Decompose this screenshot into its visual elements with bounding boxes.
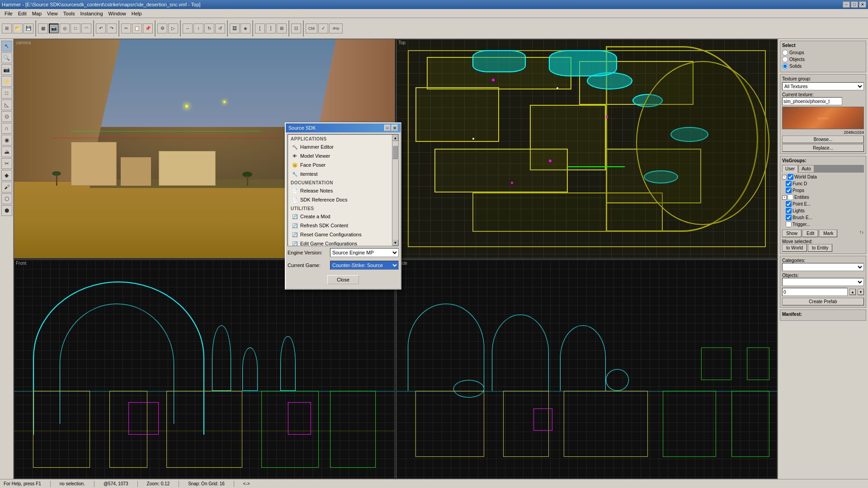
- expand-entities[interactable]: +: [782, 195, 787, 200]
- checkbox-funcd[interactable]: [786, 181, 792, 187]
- sdk-modal-title[interactable]: Source SDK − ✕: [286, 123, 401, 132]
- toolbar-camera[interactable]: 📷: [49, 23, 59, 33]
- viewport-side[interactable]: Side: [396, 259, 778, 479]
- toolbar-paste[interactable]: 📌: [143, 23, 153, 33]
- mark-button[interactable]: Mark: [819, 230, 837, 237]
- sdk-close-button[interactable]: Close: [327, 275, 359, 284]
- engine-version-select[interactable]: Source Engine MP Source Engine SP: [330, 248, 399, 257]
- toolbar-face[interactable]: ◈: [241, 23, 250, 33]
- tab-auto[interactable]: Auto: [798, 165, 814, 173]
- tree-item-funcd[interactable]: Func D: [786, 180, 864, 187]
- toolbar-entity[interactable]: ◎: [60, 23, 70, 33]
- texture-group-select[interactable]: All Textures: [782, 82, 864, 90]
- current-game-select[interactable]: Counter-Strike: Source Half-Life 2 Team …: [330, 261, 399, 270]
- checkbox-trigger[interactable]: [786, 221, 792, 227]
- sdk-list-container[interactable]: APPLICATIONS 🔨 Hammer Editor 👁 Model Vie…: [288, 135, 392, 246]
- edit-button[interactable]: Edit: [802, 230, 818, 237]
- toolbar-disp[interactable]: disp: [329, 23, 343, 33]
- maximize-button[interactable]: □: [851, 1, 858, 8]
- sdk-item-faceposer[interactable]: 😐 Face Poser: [288, 160, 392, 169]
- sdk-scroll-thumb[interactable]: [392, 145, 398, 159]
- toolbar-block[interactable]: □: [71, 23, 80, 33]
- minimize-button[interactable]: −: [843, 1, 850, 8]
- show-button[interactable]: Show: [782, 230, 802, 237]
- toolbar-snap[interactable]: ⊞: [277, 23, 287, 33]
- toolbar-grid-smaller[interactable]: [: [255, 23, 265, 33]
- sdk-item-hammer[interactable]: 🔨 Hammer Editor: [288, 142, 392, 151]
- menu-edit[interactable]: Edit: [15, 10, 29, 17]
- sdk-scrollbar[interactable]: ▲ ▼: [392, 135, 398, 246]
- objects-select[interactable]: [782, 278, 864, 286]
- coord-input[interactable]: [782, 288, 848, 296]
- toolbar-grid-larger[interactable]: ]: [266, 23, 276, 33]
- current-texture-input[interactable]: [782, 97, 842, 105]
- tool-block[interactable]: □: [1, 88, 12, 99]
- toolbar-arch[interactable]: ◠: [81, 23, 91, 33]
- close-button[interactable]: ✕: [859, 1, 866, 8]
- menu-map[interactable]: Map: [29, 10, 44, 17]
- checkbox-worlddata[interactable]: [788, 174, 793, 180]
- sdk-item-sdk-docs[interactable]: 📄 SDK Reference Docs: [288, 195, 392, 204]
- sdk-item-create-mod[interactable]: 🔄 Create a Mod: [288, 212, 392, 221]
- sdk-item-edit-config[interactable]: 🔄 Edit Game Configurations: [288, 239, 392, 246]
- menu-instancing[interactable]: Instancing: [77, 10, 105, 17]
- tool-magnify[interactable]: 🔍: [1, 52, 12, 63]
- menu-help[interactable]: Help: [129, 10, 145, 17]
- tool-arch[interactable]: ∩: [1, 123, 12, 134]
- tree-item-entities[interactable]: + Entities: [782, 194, 864, 201]
- toolbar-select[interactable]: ▦: [38, 23, 48, 33]
- tool-entity[interactable]: ⚡: [1, 76, 12, 87]
- checkbox-lights[interactable]: [786, 208, 792, 214]
- sdk-item-itemtest[interactable]: 🔧 itemtest: [288, 169, 392, 178]
- coord-down-btn[interactable]: ▼: [858, 289, 864, 295]
- toolbar-save[interactable]: 💾: [24, 23, 33, 33]
- tab-user[interactable]: User: [782, 165, 798, 173]
- tool-overlay[interactable]: ⬢: [1, 205, 12, 216]
- tree-item-pointe[interactable]: Point E...: [786, 201, 864, 207]
- toolbar-check[interactable]: ✓: [318, 23, 328, 33]
- sdk-scroll-up[interactable]: ▲: [392, 135, 398, 141]
- menu-view[interactable]: View: [44, 10, 61, 17]
- tree-item-brushe[interactable]: Brush E...: [786, 214, 864, 221]
- select-objects-radio[interactable]: [782, 56, 788, 62]
- toolbar-cut[interactable]: ✂: [121, 23, 131, 33]
- to-entity-button[interactable]: to Entity: [808, 244, 832, 252]
- coord-up-btn[interactable]: ▲: [849, 289, 856, 295]
- categories-select[interactable]: [782, 263, 864, 271]
- tool-select[interactable]: ↖: [1, 41, 12, 52]
- expand-worlddata[interactable]: −: [782, 175, 787, 179]
- toolbar-cm[interactable]: CM: [306, 23, 317, 33]
- checkbox-pointe[interactable]: [786, 201, 792, 207]
- tree-item-props[interactable]: Props: [786, 187, 864, 194]
- toolbar-open[interactable]: 📂: [13, 23, 23, 33]
- sdk-close-x-button[interactable]: ✕: [392, 125, 398, 131]
- toolbar-new[interactable]: ⊞: [2, 23, 12, 33]
- toolbar-rotate-cw[interactable]: ↻: [204, 23, 214, 33]
- tool-vertex[interactable]: ◆: [1, 170, 12, 181]
- checkbox-entities[interactable]: [788, 194, 793, 200]
- toolbar-run[interactable]: ▷: [168, 23, 178, 33]
- sdk-item-release-notes[interactable]: 📄 Release Notes: [288, 186, 392, 195]
- create-prefab-button[interactable]: Create Prefab: [782, 298, 864, 305]
- sdk-item-reset-config[interactable]: 🔄 Reset Game Configurations: [288, 230, 392, 239]
- toolbar-texture[interactable]: 🖼: [230, 23, 240, 33]
- menu-file[interactable]: File: [2, 10, 15, 17]
- select-solids-radio[interactable]: [782, 63, 788, 69]
- tool-paint[interactable]: 🖌: [1, 182, 12, 192]
- toolbar-compile[interactable]: ⚙: [157, 23, 167, 33]
- tool-decal[interactable]: ⬡: [1, 193, 12, 204]
- toolbar-undo[interactable]: ↶: [96, 23, 106, 33]
- toolbar-flip-h[interactable]: ↔: [183, 23, 193, 33]
- sdk-item-refresh[interactable]: 🔄 Refresh SDK Content: [288, 221, 392, 230]
- toolbar-copy[interactable]: 📋: [132, 23, 142, 33]
- tool-cylinder[interactable]: ⊙: [1, 111, 12, 122]
- tool-wedge[interactable]: ◺: [1, 99, 12, 110]
- viewport-map[interactable]: Top: [396, 39, 778, 258]
- tool-sphere[interactable]: ◉: [1, 135, 12, 145]
- viewport-front[interactable]: Front: [14, 259, 395, 479]
- checkbox-props[interactable]: [786, 188, 792, 193]
- tool-camera[interactable]: 📷: [1, 64, 12, 75]
- browse-button[interactable]: Browse...: [782, 136, 864, 143]
- tool-terrain[interactable]: ⛰: [1, 146, 12, 157]
- checkbox-brushe[interactable]: [786, 215, 792, 221]
